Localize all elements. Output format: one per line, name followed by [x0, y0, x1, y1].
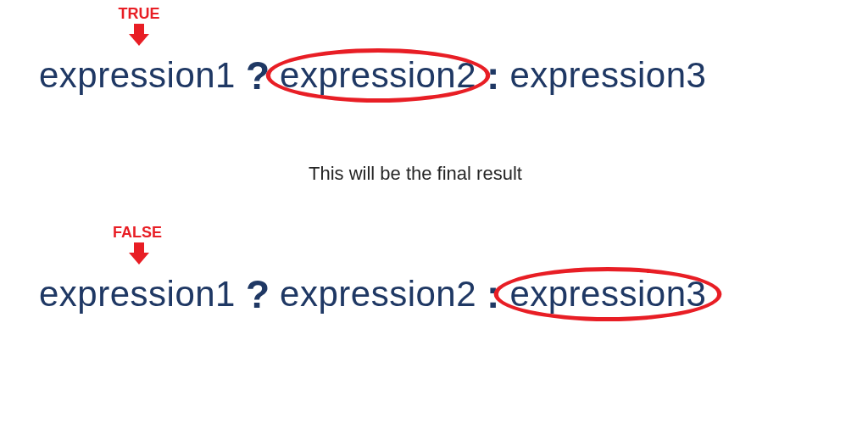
- true-caption: This will be the final result: [309, 163, 522, 185]
- arrow-down-icon: [129, 242, 149, 265]
- expression2-token: expression2: [280, 274, 476, 315]
- question-operator: ?: [236, 53, 280, 98]
- colon-operator: :: [476, 271, 509, 317]
- expression1-token: expression1: [39, 55, 236, 96]
- expression3-token: expression3: [509, 274, 706, 314]
- false-badge: FALSE: [103, 224, 171, 242]
- ternary-true-case: expression1 ? expression2 : expression3 …: [39, 53, 829, 98]
- expression2-token: expression2: [280, 55, 476, 95]
- expression3-token: expression3: [509, 55, 706, 96]
- ternary-false-case: expression1 ? expression2 : expression3 …: [39, 271, 829, 317]
- expression3-highlight: expression3: [509, 274, 706, 315]
- expression2-highlight: expression2: [280, 55, 476, 96]
- expression1-token: expression1: [39, 274, 236, 315]
- question-operator: ?: [236, 271, 280, 317]
- colon-operator: :: [476, 53, 509, 98]
- arrow-down-icon: [129, 24, 149, 46]
- true-badge: TRUE: [105, 5, 173, 23]
